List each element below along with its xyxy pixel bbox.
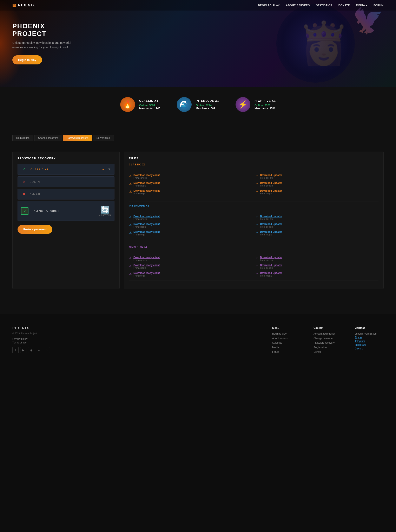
- server-classic: 🔥 CLASSIC X1 Online: 5691 Merchants: 124…: [120, 97, 160, 112]
- footer-cabinet-password-recovery[interactable]: Password recovery: [314, 341, 342, 344]
- hero-section: PHOENIX PROJECT Unique gameplay, new loc…: [0, 0, 396, 87]
- file-source: From our site: [134, 177, 160, 179]
- file-item[interactable]: ⚠ Download ready client From our site: [129, 215, 252, 220]
- nav-begin-to-play[interactable]: BEGIN TO PLAY: [258, 4, 280, 7]
- login-input[interactable]: [30, 180, 111, 183]
- file-item[interactable]: ⚠ Download ready client From google: [129, 181, 252, 187]
- pre-footer-spacer: [0, 301, 396, 314]
- files-divider-2: [129, 243, 379, 243]
- file-source: From our site: [260, 177, 282, 179]
- server-info-classic: CLASSIC X1 Online: 5691 Merchants: 1245: [139, 99, 160, 110]
- footer-menu-begin[interactable]: Begin to play: [272, 332, 301, 335]
- email-field: ✕: [17, 189, 115, 199]
- nav-donate[interactable]: DONATE: [338, 4, 350, 7]
- file-item[interactable]: ⚠ Download ready client From google: [129, 264, 252, 269]
- social-instagram-icon[interactable]: ◉: [28, 347, 34, 353]
- file-name: Download Updater: [260, 174, 282, 177]
- files-classic-header: CLASSIC X1: [129, 163, 379, 171]
- social-vk-icon[interactable]: vk: [36, 347, 42, 353]
- footer-cabinet-change-password[interactable]: Change password: [314, 337, 342, 340]
- tabs-bar: Registration Change password Password re…: [12, 135, 384, 141]
- file-download-icon: ⚠: [256, 231, 258, 235]
- file-item[interactable]: ⚠ Download Updater From our site: [256, 174, 379, 179]
- tab-change-password[interactable]: Change password: [34, 135, 62, 141]
- nav-forum[interactable]: FORUM: [373, 4, 384, 7]
- file-name: Download Updater: [260, 215, 282, 218]
- files-divider-1: [129, 202, 379, 202]
- social-facebook-icon[interactable]: f: [12, 347, 18, 353]
- file-info: Download ready client From mega: [134, 230, 160, 236]
- file-name: Download ready client: [134, 230, 160, 233]
- file-item[interactable]: ⚠ Download Updater From mega: [256, 189, 379, 195]
- file-item[interactable]: ⚠ Download ready client From mega: [129, 230, 252, 236]
- files-interlude-section: INTERLUDE X1 ⚠ Download ready client Fro…: [129, 204, 379, 239]
- nav-media[interactable]: MEDIA ▾: [356, 4, 367, 7]
- server-info-highfive: HIGH FIVE X1 Online: 6321 Merchants: 151…: [255, 99, 276, 110]
- captcha-box[interactable]: ✓ I AM NOT A ROBOT 🔄 reCAPTCHA: [17, 201, 115, 221]
- server-select[interactable]: CLASSIC X1 INTERLUDE X1 HIGH FIVE X1: [30, 168, 105, 171]
- footer-privacy-link[interactable]: Privacy policy: [12, 337, 260, 340]
- file-item[interactable]: ⚠ Download ready client From our site: [129, 174, 252, 179]
- hero-cta-button[interactable]: Begin to play: [12, 55, 42, 65]
- files-interlude-col2: [254, 204, 379, 210]
- footer-brand: PHŒNIX © 2023, Phoenix Project Privacy p…: [12, 326, 260, 355]
- form-title: PASSWORD RECOVERY: [17, 157, 115, 160]
- file-item[interactable]: ⚠ Download ready client From mega: [129, 272, 252, 277]
- file-source: From google: [134, 267, 160, 269]
- files-classic-right: ⚠ Download Updater From our site ⚠ Downl…: [254, 173, 379, 198]
- file-item[interactable]: ⚠ Download Updater From google: [256, 264, 379, 269]
- file-item[interactable]: ⚠ Download Updater From our site: [256, 215, 379, 220]
- file-item[interactable]: ⚠ Download Updater From mega: [256, 230, 379, 236]
- file-item[interactable]: ⚠ Download Updater From our site: [256, 256, 379, 261]
- nav-statistics[interactable]: STATISTICS: [316, 4, 332, 7]
- footer-cabinet-registration[interactable]: Account registration: [314, 332, 342, 335]
- spacer-1: [0, 122, 396, 128]
- file-info: Download ready client From google: [134, 264, 160, 269]
- footer-skype-link[interactable]: Skype: [355, 336, 384, 339]
- footer-cabinet-donate[interactable]: Donate: [314, 351, 342, 353]
- nav-about-servers[interactable]: ABOUT SERVERS: [286, 4, 310, 7]
- tab-password-recovery[interactable]: Password recovery: [63, 135, 92, 141]
- file-download-icon: ⚠: [129, 174, 132, 178]
- footer-cabinet-reg[interactable]: Registration: [314, 346, 342, 349]
- email-input[interactable]: [30, 193, 111, 196]
- footer-telegram-link[interactable]: Telegram: [355, 340, 384, 343]
- files-classic-title: CLASSIC X1: [129, 163, 254, 167]
- file-info: Download ready client From our site: [134, 256, 160, 261]
- tab-registration[interactable]: Registration: [12, 135, 33, 141]
- dropdown-arrow-icon: ▼: [108, 167, 111, 171]
- footer-discord-link[interactable]: Discord: [355, 347, 384, 350]
- file-item[interactable]: ⚠ Download Updater From mega: [256, 272, 379, 277]
- footer-menu-about[interactable]: About servers: [272, 337, 301, 340]
- file-item[interactable]: ⚠ Download ready client From our site: [129, 256, 252, 261]
- logo-icon: 🜲: [12, 3, 17, 8]
- tab-server-rules[interactable]: Server rules: [93, 135, 114, 141]
- footer-instagram-link[interactable]: Instagram: [355, 343, 384, 346]
- social-youtube-icon[interactable]: ▶: [20, 347, 26, 353]
- restore-password-button[interactable]: Restore password: [17, 225, 52, 234]
- file-item[interactable]: ⚠ Download ready client From google: [129, 223, 252, 228]
- file-source: From google: [134, 185, 160, 187]
- file-item[interactable]: ⚠ Download Updater From google: [256, 181, 379, 187]
- footer-menu-statistics[interactable]: Statistics: [272, 341, 301, 344]
- footer-terms-link[interactable]: Terms of use: [12, 341, 260, 344]
- hero-content: PHOENIX PROJECT Unique gameplay, new loc…: [0, 6, 87, 81]
- server-check-icon: ✓: [21, 167, 27, 172]
- file-source: From mega: [260, 275, 282, 277]
- footer-menu-media[interactable]: Media: [272, 346, 301, 349]
- social-telegram-icon[interactable]: ✈: [44, 347, 50, 353]
- files-interlude-header: INTERLUDE X1: [129, 204, 379, 212]
- file-download-icon: ⚠: [129, 264, 132, 268]
- hero-title: PHOENIX PROJECT: [12, 22, 74, 38]
- file-download-icon: ⚠: [256, 223, 258, 227]
- captcha-checkbox[interactable]: ✓: [21, 207, 29, 215]
- file-info: Download Updater From mega: [260, 189, 282, 195]
- files-highfive-row1: ⚠ Download ready client From our site ⚠ …: [129, 255, 379, 281]
- file-name: Download Updater: [260, 230, 282, 233]
- file-info: Download Updater From google: [260, 181, 282, 187]
- file-item[interactable]: ⚠ Download ready client From mega: [129, 189, 252, 195]
- footer-menu-forum[interactable]: Forum: [272, 351, 301, 353]
- server-merchants-highfive: Merchants: 1512: [255, 107, 276, 110]
- file-item[interactable]: ⚠ Download Updater From google: [256, 223, 379, 228]
- file-download-icon: ⚠: [129, 223, 132, 227]
